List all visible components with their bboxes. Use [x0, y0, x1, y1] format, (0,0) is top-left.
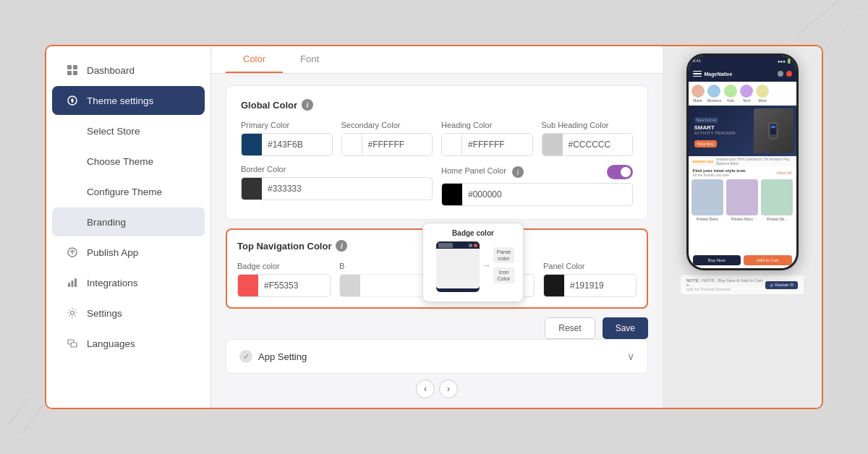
sidebar-label-settings: Settings	[87, 308, 122, 319]
sidebar-item-configure-theme[interactable]: Configure Theme	[52, 177, 205, 206]
tooltip-logo	[438, 243, 453, 248]
primary-color-input[interactable]: #143F6B	[241, 133, 333, 156]
reset-button[interactable]: Reset	[545, 317, 595, 339]
cat-marie: Marie	[692, 85, 705, 103]
app-setting-row[interactable]: ✓ App Setting ∨	[226, 339, 648, 374]
global-color-info-icon[interactable]: i	[302, 99, 313, 111]
sidebar-item-settings[interactable]: Settings	[52, 299, 205, 327]
nav-b-label: B	[339, 262, 433, 270]
nav-b-input[interactable]	[339, 274, 433, 297]
sidebar-item-branding[interactable]: Branding	[52, 207, 205, 236]
payment-text: amazon pay 50% Cashback* On Amazon Pay B…	[716, 157, 791, 166]
badge-color-field: Badge color #F55353	[237, 262, 331, 297]
home-panel-info-icon[interactable]: i	[512, 166, 524, 178]
panel-color-input[interactable]: #191919	[543, 274, 637, 297]
sub-heading-color-field: Sub Heading Color #CCCCCC	[542, 121, 634, 156]
sidebar-item-dashboard[interactable]: Dashboard	[52, 56, 205, 85]
tooltip-arrow: →	[481, 260, 491, 271]
save-button[interactable]: Save	[603, 317, 648, 339]
tooltip-icon-label: IconColor	[493, 267, 514, 283]
sidebar-item-integrations[interactable]: Integrations	[52, 268, 205, 297]
smartwatch-image	[754, 108, 793, 153]
svg-rect-4	[67, 65, 72, 69]
phone-banner-image	[754, 108, 793, 153]
app-setting-check: ✓	[239, 350, 252, 363]
home-panel-toggle[interactable]	[607, 165, 633, 179]
phone-payment-strip: amazon pay amazon pay 50% Cashback* On A…	[689, 156, 796, 166]
global-color-title: Global Color i	[241, 99, 633, 111]
cat-marie-label: Marie	[693, 98, 702, 103]
sub-heading-color-input[interactable]: #CCCCCC	[542, 133, 634, 156]
svg-line-2	[7, 398, 29, 427]
prev-page-button[interactable]: ‹	[416, 380, 435, 398]
note-small: only for Preview Purpose	[686, 287, 765, 291]
app-setting-chevron: ∨	[627, 351, 634, 362]
badge-color-input[interactable]: #F55353	[237, 274, 331, 297]
next-page-button[interactable]: ›	[439, 380, 458, 398]
phone-add-to-cart-btn[interactable]: Add to Cart	[744, 255, 792, 265]
heading-color-swatch	[442, 134, 462, 155]
svg-rect-12	[75, 278, 77, 287]
cat-womens-avatar	[707, 85, 720, 98]
sidebar-label-select-store: Select Store	[87, 126, 140, 137]
phone-categories: Marie Womens Kids Tech	[689, 82, 796, 106]
panel-color-label: Panel Color	[543, 262, 637, 270]
heading-color-input[interactable]: #FFFFFF	[441, 133, 533, 156]
sidebar-item-publish-app[interactable]: Publish App	[52, 238, 205, 267]
border-home-row: Border Color #333333 Home Panel Color i	[241, 165, 633, 206]
main-content: Color Font Global Color i Primary Color	[211, 46, 663, 408]
border-color-input[interactable]: #333333	[241, 177, 433, 200]
border-color-value: #333333	[262, 181, 432, 197]
restart-button[interactable]: ↺ Restart R	[765, 281, 798, 289]
badge-color-swatch	[238, 275, 258, 296]
phone-banner-text: New Arrival SMART ACTIVITY TRACKER Shop …	[694, 111, 736, 148]
amazon-pay-label: amazon pay	[693, 159, 714, 163]
heading-color-value: #FFFFFF	[462, 137, 532, 153]
hamburger-icon	[693, 69, 702, 78]
phone-banner-title: SMART	[694, 124, 736, 131]
sidebar-item-languages[interactable]: Languages	[52, 329, 205, 358]
sidebar-item-theme-settings[interactable]: Theme settings	[52, 86, 205, 115]
tab-font[interactable]: Font	[283, 46, 336, 73]
panel-color-swatch	[544, 275, 564, 296]
app-setting-label: App Setting	[258, 351, 307, 362]
tooltip-screen	[436, 249, 480, 288]
cat-womens: Womens	[707, 85, 722, 103]
cat-marie-avatar	[692, 85, 705, 98]
tooltip-preview: → Panelcolor IconColor	[429, 241, 517, 296]
dashboard-icon	[65, 63, 80, 77]
tab-color[interactable]: Color	[226, 46, 283, 73]
product-1: Printed Shirts	[692, 179, 723, 252]
top-nav-color-section: Top Navigation Color i Badge color #F553…	[226, 228, 648, 309]
view-all-link[interactable]: View All	[777, 171, 792, 175]
product-2-image	[726, 179, 758, 215]
phone-logo: MageNative	[705, 72, 775, 77]
menu-line1	[693, 71, 702, 72]
tooltip-nav-icons	[469, 244, 477, 247]
svg-line-3	[22, 405, 43, 434]
sidebar-item-select-store[interactable]: Select Store	[52, 116, 205, 145]
tooltip-labels: Panelcolor IconColor	[493, 247, 514, 283]
phone-buy-now-btn[interactable]: Buy Now	[693, 255, 741, 265]
heading-color-field: Heading Color #FFFFFF	[441, 121, 533, 156]
tooltip-phone-nav	[436, 241, 480, 249]
cat-more-avatar	[756, 85, 769, 98]
svg-point-13	[71, 312, 75, 315]
top-nav-info-icon[interactable]: i	[336, 240, 347, 252]
sidebar-label-configure-theme: Configure Theme	[87, 187, 162, 197]
restart-label: Restart	[775, 283, 788, 287]
global-color-grid: Primary Color #143F6B Secondary Color #F…	[241, 121, 633, 156]
cat-tech-label: Tech	[743, 98, 751, 103]
badge-color-label: Badge color	[237, 262, 331, 270]
panel-color-value: #191919	[564, 278, 636, 294]
home-panel-color-input[interactable]: #000000	[441, 183, 633, 206]
cat-tech: Tech	[740, 85, 753, 103]
sidebar-item-choose-theme[interactable]: Choose Theme	[52, 147, 205, 176]
border-color-label: Border Color	[241, 165, 433, 174]
sidebar-label-dashboard: Dashboard	[87, 65, 135, 76]
tooltip-title: Badge color	[429, 229, 517, 237]
home-panel-field: Home Panel Color i #000000	[441, 165, 633, 206]
section-text: Find your inner style icon All the brand…	[693, 168, 746, 177]
secondary-color-input[interactable]: #FFFFFF	[341, 133, 433, 156]
product-3: Printed Shi...	[761, 179, 793, 252]
